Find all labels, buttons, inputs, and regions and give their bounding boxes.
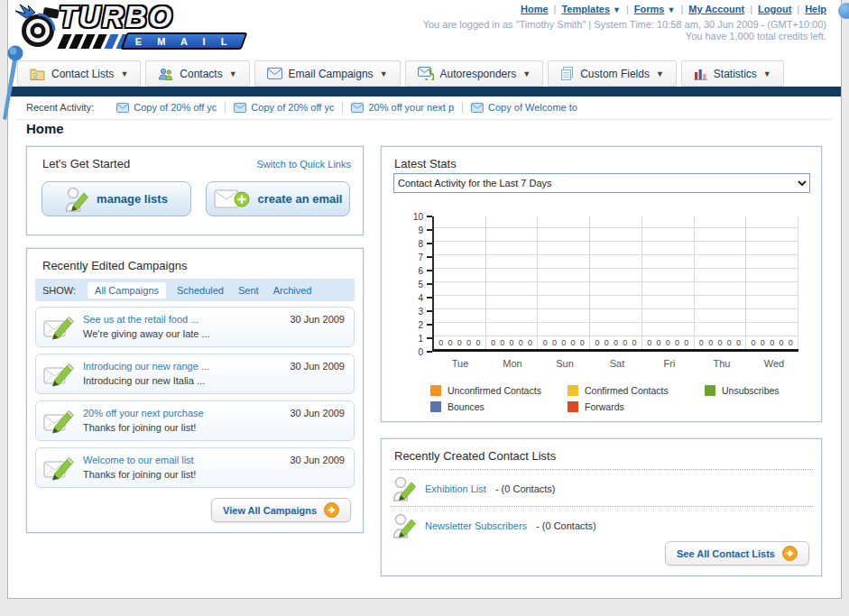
manage-lists-label: manage lists [97,192,168,206]
recent-activity-text: Copy of 20% off yc [134,102,217,113]
dotted-divider [390,506,813,507]
logo-stripes [60,34,127,49]
filter-sent[interactable]: Sent [238,285,259,296]
chart-value: 0 [779,338,783,347]
recent-activity-item-4[interactable]: Copy of Welcome to [463,102,586,113]
small-envelope-icon [234,103,246,113]
page-title: Home [26,121,64,136]
campaign-date: 30 Jun 2009 [290,361,345,372]
campaign-title-link[interactable]: Introducing our new range ... [83,361,209,372]
envelope-plus-icon [214,188,250,211]
x-tick-label: Wed [748,358,800,369]
x-tick-label: Mon [486,358,539,369]
campaign-subtitle: Thanks for joining our list! [83,469,196,480]
navy-divider-bar [8,87,841,97]
chart-day-group-thu: 00000 [695,216,747,349]
nav-link-forms[interactable]: Forms [634,4,665,14]
view-all-campaigns-button[interactable]: View All Campaigns [211,498,351,522]
campaign-row[interactable]: Introducing our new range ...Introducing… [35,354,355,394]
app-logo: TURBO E M A I L [14,2,239,56]
campaign-row[interactable]: Welcome to our email listThanks for join… [35,447,355,488]
campaign-title-link[interactable]: 20% off your next purchase [83,408,204,418]
tab-custom-fields[interactable]: Custom Fields▼ [548,60,677,87]
nav-link-my-account[interactable]: My Account [688,4,744,14]
y-tick-label: 8 [418,239,423,249]
nav-link-help[interactable]: Help [805,4,826,14]
campaigns-filter-bar: SHOW: All CampaignsScheduledSentArchived [35,279,355,301]
show-label: SHOW: [42,285,76,296]
chevron-down-icon: ▼ [380,69,388,78]
contact-list-row[interactable]: Newsletter Subscribers- (0 Contacts) [392,510,596,541]
chevron-down-icon: ▼ [763,69,771,78]
nav-separator: | [626,4,629,14]
recent-activity-item-3[interactable]: 20% off your next p [343,102,463,113]
contact-lists-title: Recently Created Contact Lists [394,449,556,463]
campaign-title-link[interactable]: Welcome to our email list [83,455,194,465]
recent-activity-text: 20% off your next p [368,102,454,113]
nav-separator: | [680,4,683,14]
campaign-row[interactable]: 20% off your next purchaseThanks for joi… [35,400,355,441]
chart-value: 0 [770,338,774,347]
campaign-date: 30 Jun 2009 [290,314,345,325]
switch-quick-links[interactable]: Switch to Quick Links [256,159,351,170]
envelope-pencil-icon [43,455,74,482]
tab-contacts[interactable]: Contacts▼ [145,60,249,87]
logo-email-bar: E M A I L [121,32,248,50]
arrow-circle-icon [782,546,798,561]
recent-activity-bar: Recent Activity: Copy of 20% off ycCopy … [26,97,586,118]
y-tick-label: 4 [418,293,423,303]
chart-day-group-wed: 00000 [746,216,798,349]
see-all-contact-lists-button[interactable]: See All Contact Lists [665,541,809,565]
contact-list-name-link[interactable]: Exhibition List [425,483,486,494]
campaign-row[interactable]: See us at the retail food ...We're givin… [35,307,355,347]
nav-link-templates[interactable]: Templates [561,4,610,14]
stats-range-select[interactable]: Contact Activity for the Last 7 Days [393,173,810,193]
nav-link-home[interactable]: Home [521,4,549,14]
contact-list-name-link[interactable]: Newsletter Subscribers [425,520,527,531]
see-all-contact-lists-label: See All Contact Lists [677,548,775,559]
legend-item-unconfirmed-contacts: Unconfirmed Contacts [430,385,568,396]
chevron-down-icon: ▼ [120,69,128,78]
chart-value: 0 [675,338,679,347]
tab-autoresponders[interactable]: Autoresponders▼ [405,60,544,87]
filter-scheduled[interactable]: Scheduled [177,285,224,296]
logo-subtitle: E M A I L [135,36,234,47]
create-email-label: create an email [258,192,343,206]
view-all-campaigns-label: View All Campaigns [223,505,317,516]
chart-value: 0 [595,338,599,347]
main-container: TURBO E M A I L Home|Templates▼|Forms▼|M… [7,0,842,599]
campaign-date: 30 Jun 2009 [290,408,345,418]
contact-lists-panel: Recently Created Contact Lists Exhibitio… [381,438,822,576]
create-email-button[interactable]: create an email [206,181,350,216]
legend-item-forwards: Forwards [568,401,705,412]
recent-activity-item-1[interactable]: Copy of 20% off yc [108,102,226,113]
chart-value: 0 [623,338,627,347]
y-tick-label: 9 [418,225,423,235]
small-envelope-icon [116,103,129,113]
recent-activity-text: Copy of 20% off yc [251,102,334,113]
tab-email-campaigns[interactable]: Email Campaigns▼ [254,60,401,87]
legend-label: Unconfirmed Contacts [448,385,541,396]
recent-activity-label: Recent Activity: [26,102,94,113]
chart-value: 0 [708,338,713,347]
chart-value: 0 [500,338,504,347]
nav-link-logout[interactable]: Logout [758,4,791,14]
chart-value: 0 [519,338,523,347]
tab-statistics[interactable]: Statistics▼ [681,60,784,87]
campaign-title-link[interactable]: See us at the retail food ... [83,314,198,325]
legend-swatch-icon [430,401,441,412]
chart-value-labels: 00000 [538,338,589,347]
help-bubble-icon[interactable] [838,3,849,19]
nav-separator: | [797,4,799,14]
tab-contact-lists[interactable]: Contact Lists▼ [17,60,141,87]
chart-value-labels: 00000 [434,338,485,347]
chart-value: 0 [457,338,462,347]
filter-all-campaigns[interactable]: All Campaigns [88,282,166,299]
filter-archived[interactable]: Archived [273,285,312,296]
manage-lists-button[interactable]: manage lists [42,181,191,216]
recent-activity-item-2[interactable]: Copy of 20% off yc [226,102,343,113]
x-tick-label: Tue [434,358,486,369]
dotted-divider [390,469,813,470]
legend-swatch-icon [568,401,578,412]
contact-list-row[interactable]: Exhibition List- (0 Contacts) [392,473,556,504]
